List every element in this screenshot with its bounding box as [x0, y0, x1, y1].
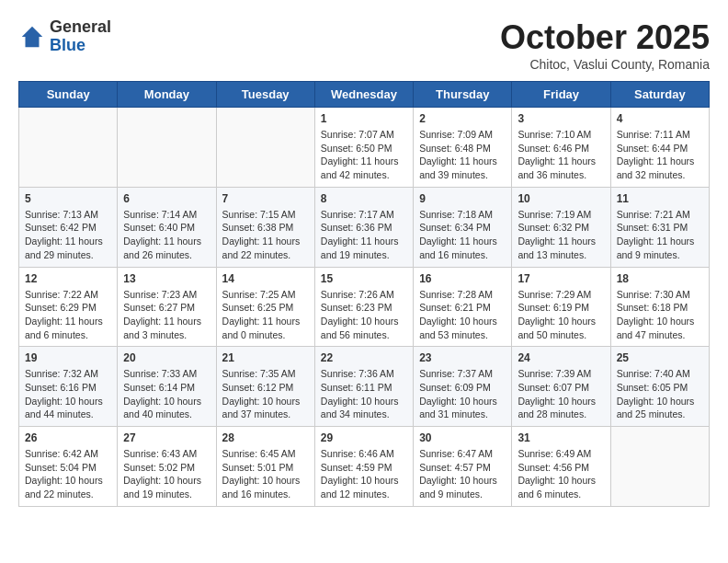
day-info: Sunrise: 6:43 AMSunset: 5:02 PMDaylight:…: [123, 447, 210, 501]
day-number: 21: [222, 351, 309, 364]
day-info: Sunrise: 7:23 AMSunset: 6:27 PMDaylight:…: [123, 288, 210, 342]
day-info: Sunrise: 7:26 AMSunset: 6:23 PMDaylight:…: [321, 288, 407, 342]
day-number: 31: [518, 431, 604, 444]
calendar-cell: 25Sunrise: 7:40 AMSunset: 6:05 PMDayligh…: [610, 347, 709, 427]
day-number: 28: [222, 431, 309, 444]
day-info: Sunrise: 7:21 AMSunset: 6:31 PMDaylight:…: [617, 208, 703, 262]
logo-general: General: [50, 18, 111, 37]
day-number: 4: [617, 112, 703, 125]
day-info: Sunrise: 7:19 AMSunset: 6:32 PMDaylight:…: [518, 208, 604, 262]
calendar-cell: [610, 427, 709, 507]
calendar-cell: 6Sunrise: 7:14 AMSunset: 6:40 PMDaylight…: [118, 187, 216, 267]
day-number: 5: [25, 192, 111, 205]
calendar-cell: 20Sunrise: 7:33 AMSunset: 6:14 PMDayligh…: [118, 347, 216, 427]
day-info: Sunrise: 7:30 AMSunset: 6:18 PMDaylight:…: [617, 288, 703, 342]
day-number: 11: [617, 192, 703, 205]
day-info: Sunrise: 7:40 AMSunset: 6:05 PMDaylight:…: [617, 367, 703, 421]
weekday-header-monday: Monday: [118, 82, 216, 108]
calendar-cell: 14Sunrise: 7:25 AMSunset: 6:25 PMDayligh…: [216, 267, 314, 347]
weekday-header-saturday: Saturday: [610, 82, 709, 108]
day-info: Sunrise: 7:32 AMSunset: 6:16 PMDaylight:…: [25, 367, 111, 421]
day-number: 16: [419, 272, 506, 285]
calendar-cell: 19Sunrise: 7:32 AMSunset: 6:16 PMDayligh…: [19, 347, 118, 427]
calendar-cell: 3Sunrise: 7:10 AMSunset: 6:46 PMDaylight…: [512, 108, 610, 188]
weekday-header-sunday: Sunday: [19, 82, 118, 108]
day-info: Sunrise: 7:35 AMSunset: 6:12 PMDaylight:…: [222, 367, 309, 421]
day-number: 7: [222, 192, 309, 205]
calendar-cell: 18Sunrise: 7:30 AMSunset: 6:18 PMDayligh…: [610, 267, 709, 347]
day-number: 22: [321, 351, 407, 364]
day-number: 26: [25, 431, 111, 444]
day-info: Sunrise: 7:14 AMSunset: 6:40 PMDaylight:…: [123, 208, 210, 262]
calendar-cell: 1Sunrise: 7:07 AMSunset: 6:50 PMDaylight…: [314, 108, 413, 188]
day-number: 15: [321, 272, 407, 285]
day-info: Sunrise: 7:18 AMSunset: 6:34 PMDaylight:…: [419, 208, 506, 262]
day-info: Sunrise: 7:13 AMSunset: 6:42 PMDaylight:…: [25, 208, 111, 262]
calendar-cell: 2Sunrise: 7:09 AMSunset: 6:48 PMDaylight…: [414, 108, 512, 188]
day-info: Sunrise: 7:28 AMSunset: 6:21 PMDaylight:…: [419, 288, 506, 342]
logo-icon: [18, 23, 46, 51]
calendar-cell: [118, 108, 216, 188]
day-number: 25: [617, 351, 703, 364]
day-info: Sunrise: 7:36 AMSunset: 6:11 PMDaylight:…: [321, 367, 407, 421]
weekday-header-wednesday: Wednesday: [314, 82, 413, 108]
day-info: Sunrise: 7:39 AMSunset: 6:07 PMDaylight:…: [518, 367, 604, 421]
calendar-cell: [19, 108, 118, 188]
day-number: 24: [518, 351, 604, 364]
weekday-header-thursday: Thursday: [414, 82, 512, 108]
logo-text: General Blue: [50, 18, 111, 55]
calendar-cell: 7Sunrise: 7:15 AMSunset: 6:38 PMDaylight…: [216, 187, 314, 267]
day-number: 1: [321, 112, 407, 125]
logo: General Blue: [18, 18, 111, 55]
day-number: 10: [518, 192, 604, 205]
day-number: 23: [419, 351, 506, 364]
day-info: Sunrise: 7:33 AMSunset: 6:14 PMDaylight:…: [123, 367, 210, 421]
day-number: 18: [617, 272, 703, 285]
month-title: October 2025: [500, 18, 710, 57]
calendar-cell: 5Sunrise: 7:13 AMSunset: 6:42 PMDaylight…: [19, 187, 118, 267]
calendar-cell: 8Sunrise: 7:17 AMSunset: 6:36 PMDaylight…: [314, 187, 413, 267]
calendar-cell: 21Sunrise: 7:35 AMSunset: 6:12 PMDayligh…: [216, 347, 314, 427]
calendar-cell: 13Sunrise: 7:23 AMSunset: 6:27 PMDayligh…: [118, 267, 216, 347]
day-info: Sunrise: 7:11 AMSunset: 6:44 PMDaylight:…: [617, 128, 703, 182]
day-info: Sunrise: 7:10 AMSunset: 6:46 PMDaylight:…: [518, 128, 604, 182]
day-number: 3: [518, 112, 604, 125]
day-info: Sunrise: 6:49 AMSunset: 4:56 PMDaylight:…: [518, 447, 604, 501]
calendar-cell: 31Sunrise: 6:49 AMSunset: 4:56 PMDayligh…: [512, 427, 610, 507]
day-info: Sunrise: 6:46 AMSunset: 4:59 PMDaylight:…: [321, 447, 407, 501]
day-info: Sunrise: 7:09 AMSunset: 6:48 PMDaylight:…: [419, 128, 506, 182]
day-info: Sunrise: 7:37 AMSunset: 6:09 PMDaylight:…: [419, 367, 506, 421]
day-number: 6: [123, 192, 210, 205]
day-number: 13: [123, 272, 210, 285]
calendar-cell: 26Sunrise: 6:42 AMSunset: 5:04 PMDayligh…: [19, 427, 118, 507]
day-number: 27: [123, 431, 210, 444]
calendar-cell: 9Sunrise: 7:18 AMSunset: 6:34 PMDaylight…: [414, 187, 512, 267]
location-subtitle: Chitoc, Vaslui County, Romania: [500, 57, 710, 72]
calendar-week-3: 12Sunrise: 7:22 AMSunset: 6:29 PMDayligh…: [19, 267, 710, 347]
calendar-cell: 22Sunrise: 7:36 AMSunset: 6:11 PMDayligh…: [314, 347, 413, 427]
day-number: 14: [222, 272, 309, 285]
day-info: Sunrise: 7:17 AMSunset: 6:36 PMDaylight:…: [321, 208, 407, 262]
day-number: 30: [419, 431, 506, 444]
calendar-cell: [216, 108, 314, 188]
day-info: Sunrise: 7:15 AMSunset: 6:38 PMDaylight:…: [222, 208, 309, 262]
day-number: 8: [321, 192, 407, 205]
calendar-cell: 28Sunrise: 6:45 AMSunset: 5:01 PMDayligh…: [216, 427, 314, 507]
day-info: Sunrise: 7:29 AMSunset: 6:19 PMDaylight:…: [518, 288, 604, 342]
calendar-cell: 11Sunrise: 7:21 AMSunset: 6:31 PMDayligh…: [610, 187, 709, 267]
day-info: Sunrise: 7:07 AMSunset: 6:50 PMDaylight:…: [321, 128, 407, 182]
weekday-header-row: SundayMondayTuesdayWednesdayThursdayFrid…: [19, 82, 710, 108]
calendar-cell: 16Sunrise: 7:28 AMSunset: 6:21 PMDayligh…: [414, 267, 512, 347]
calendar-week-1: 1Sunrise: 7:07 AMSunset: 6:50 PMDaylight…: [19, 108, 710, 188]
day-info: Sunrise: 7:22 AMSunset: 6:29 PMDaylight:…: [25, 288, 111, 342]
day-number: 2: [419, 112, 506, 125]
weekday-header-friday: Friday: [512, 82, 610, 108]
calendar-cell: 15Sunrise: 7:26 AMSunset: 6:23 PMDayligh…: [314, 267, 413, 347]
calendar-cell: 24Sunrise: 7:39 AMSunset: 6:07 PMDayligh…: [512, 347, 610, 427]
day-info: Sunrise: 6:47 AMSunset: 4:57 PMDaylight:…: [419, 447, 506, 501]
day-number: 19: [25, 351, 111, 364]
calendar-cell: 29Sunrise: 6:46 AMSunset: 4:59 PMDayligh…: [314, 427, 413, 507]
title-block: October 2025 Chitoc, Vaslui County, Roma…: [500, 18, 710, 72]
calendar-cell: 17Sunrise: 7:29 AMSunset: 6:19 PMDayligh…: [512, 267, 610, 347]
calendar-cell: 27Sunrise: 6:43 AMSunset: 5:02 PMDayligh…: [118, 427, 216, 507]
